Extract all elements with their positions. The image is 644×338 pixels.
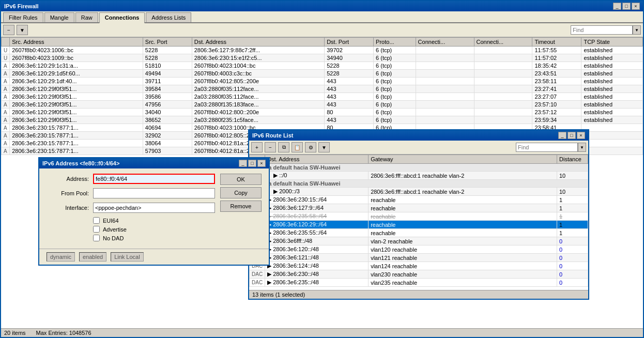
route-distance: 0: [557, 262, 588, 270]
col-conn1[interactable]: Connecti...: [416, 38, 474, 47]
route-table-area[interactable]: Dst. Address Gateway Distance ::: Ruta d…: [249, 155, 588, 290]
maximize-button[interactable]: □: [622, 3, 631, 10]
list-item[interactable]: ::: Ruta default hacia SW-Huawei: [250, 164, 588, 172]
route-paste[interactable]: 📋: [292, 142, 303, 152]
route-gateway: vlan124 reachable: [369, 262, 557, 270]
route-maximize[interactable]: □: [568, 132, 576, 139]
dialog-minimize[interactable]: _: [239, 160, 247, 167]
list-item[interactable]: DAS ▶ 2806:3e6:127:9::/64 reachable 1: [250, 204, 588, 212]
list-item[interactable]: AS ▶ 2000::/3 2806:3e6:fff::abcd:1 reach…: [250, 188, 588, 196]
row-type: A: [2, 109, 10, 116]
table-row[interactable]: A 2806:3e6:120:29:1d5f:60... 49494 2607f…: [2, 70, 643, 78]
route-minimize[interactable]: _: [558, 132, 566, 139]
table-row[interactable]: U 2607f8b0:4023:1009::bc 5228 2806:3e6:2…: [2, 54, 643, 62]
address-input[interactable]: [93, 174, 215, 184]
col-dst-address[interactable]: Dst. Address: [192, 38, 324, 47]
find-dropdown[interactable]: ▼: [633, 25, 641, 35]
route-copy[interactable]: ⧉: [278, 142, 289, 152]
table-row[interactable]: A 2806:3e6:120:29f0f3f51... 39586 2a03:2…: [2, 93, 643, 101]
route-title: IPv6 Route List: [252, 132, 293, 139]
list-item[interactable]: DAS ▶ 2806:3e6:230:15::/64 reachable 1: [250, 196, 588, 204]
advertise-checkbox[interactable]: [93, 226, 100, 233]
dialog-maximize[interactable]: □: [248, 160, 256, 167]
dst-port: 5228: [325, 62, 374, 70]
list-item[interactable]: AS ▶ ::/0 2806:3e6:fff::abcd:1 reachable…: [250, 172, 588, 180]
timeout: 23:58:11: [532, 78, 581, 85]
list-item[interactable]: DAS ▶ 2806:3e6:235:58::/64 reachable 1: [250, 212, 588, 221]
list-item[interactable]: DAC ▶ 2806:3e6:230::/48 vlan230 reachabl…: [250, 270, 588, 279]
route-find-input[interactable]: [516, 143, 578, 152]
col-type[interactable]: [2, 38, 10, 47]
tab-connections[interactable]: Connections: [99, 12, 145, 23]
dialog-buttons: OK Copy Remove: [220, 174, 262, 212]
ok-button[interactable]: OK: [220, 174, 262, 185]
col-dst-port[interactable]: Dst. Port: [325, 38, 374, 47]
tab-filter-rules[interactable]: Filter Rules: [3, 12, 43, 22]
route-close[interactable]: ×: [577, 132, 585, 139]
route-gateway: vlan120 reachable: [369, 245, 557, 254]
route-filter[interactable]: ▼: [318, 142, 330, 152]
copy-button[interactable]: Copy: [220, 187, 262, 198]
eui64-checkbox-area: EUI64: [93, 217, 262, 224]
tcp-state: established: [581, 109, 643, 116]
table-row[interactable]: A 2806:3e6:120:29f0f3f51... 38652 2a03:2…: [2, 116, 643, 124]
route-find-dropdown[interactable]: ▼: [578, 143, 586, 152]
minimize-button[interactable]: _: [613, 3, 621, 10]
dialog-close[interactable]: ×: [257, 160, 266, 167]
src-address: 2806:3e6:120:29f0f3f51...: [10, 85, 143, 93]
col-tcp-state[interactable]: TCP State: [581, 38, 643, 47]
route-col-gateway[interactable]: Gateway: [369, 155, 557, 164]
route-settings[interactable]: ⚙: [305, 142, 316, 152]
find-input[interactable]: [571, 25, 633, 35]
tab-address-lists[interactable]: Address Lists: [146, 12, 191, 22]
list-item[interactable]: DAC ▶ 2806:3e6:235::/48 vlan235 reachabl…: [250, 279, 588, 287]
filter-button[interactable]: ▼: [17, 25, 28, 35]
table-row[interactable]: A 2806:3e6:120:29:1df:40... 39711 2607f8…: [2, 78, 643, 85]
table-row[interactable]: A 2806:3e6:120:29f0f3f51... 47956 2a03:2…: [2, 101, 643, 109]
minus-button[interactable]: −: [3, 25, 14, 35]
table-row[interactable]: A 2806:3e6:120:29:1c31:a... 51810 2607f8…: [2, 62, 643, 70]
main-title-bar: IPv6 Firewall _ □ ×: [1, 1, 643, 11]
src-port: 57903: [143, 147, 192, 155]
proto: 6 (tcp): [374, 47, 416, 54]
route-col-distance[interactable]: Distance: [557, 155, 588, 164]
route-add[interactable]: +: [251, 142, 263, 152]
tab-raw[interactable]: Raw: [75, 12, 98, 22]
interface-input[interactable]: [93, 203, 215, 213]
col-conn2[interactable]: Connecti...: [474, 38, 532, 47]
eui64-checkbox[interactable]: [93, 217, 100, 224]
src-port: 51810: [143, 62, 192, 70]
from-pool-input[interactable]: [93, 188, 215, 198]
connections-toolbar: − ▼ ▼: [1, 23, 643, 37]
status-link-local: Link Local: [111, 252, 144, 262]
table-row[interactable]: A 2806:3e6:120:29f0f3f51... 39584 2a03:2…: [2, 85, 643, 93]
src-address: 2806:3e6:120:29f0f3f51...: [10, 109, 143, 116]
table-row[interactable]: A 2806:3e6:120:29f0f3f51... 34040 2607f8…: [2, 109, 643, 116]
list-item[interactable]: DAC ▶ 2806:3e6:124::/48 vlan124 reachabl…: [250, 262, 588, 270]
list-item[interactable]: DAS ▶ 2806:3e6:235:55::/64 reachable 1: [250, 229, 588, 237]
route-gateway: reachable: [369, 196, 557, 204]
list-item[interactable]: DAC ▶ 2806:3e6fff::/48 vlan-2 reachable …: [250, 237, 588, 245]
tcp-state: [581, 132, 643, 140]
tcp-state: established: [581, 70, 643, 78]
table-row[interactable]: U 2607f8b0:4023:1006::bc 5228 2806:3e6:1…: [2, 47, 643, 54]
route-col-dst[interactable]: Dst. Address: [265, 155, 369, 164]
tab-mangle[interactable]: Mangle: [44, 12, 74, 22]
list-item[interactable]: DAS ▶ 2806:3e6:120:29::/64 reachable 1: [250, 221, 588, 229]
remove-button[interactable]: Remove: [220, 201, 262, 212]
list-item[interactable]: DAC ▶ 2806:3e6:121::/48 vlan121 reachabl…: [250, 254, 588, 262]
src-port: 38064: [143, 140, 192, 147]
src-address: 2806:3e6:120:29:1df:40...: [10, 78, 143, 85]
close-button[interactable]: ×: [632, 3, 640, 10]
list-item[interactable]: DAC ▶ 2806:3e6:120::/48 vlan120 reachabl…: [250, 245, 588, 254]
route-distance: 0: [557, 245, 588, 254]
col-src-port[interactable]: Src. Port: [143, 38, 192, 47]
col-timeout[interactable]: Timeout: [532, 38, 581, 47]
route-dst: ▶ 2806:3e6:235::/48: [265, 279, 369, 287]
col-proto[interactable]: Proto...: [374, 38, 416, 47]
route-remove[interactable]: −: [265, 142, 276, 152]
nodad-checkbox[interactable]: [93, 235, 100, 241]
dst-port: 443: [325, 85, 374, 93]
col-src-address[interactable]: Src. Address: [10, 38, 143, 47]
list-item[interactable]: ::: Ruta default hacia SW-Huawei: [250, 180, 588, 188]
